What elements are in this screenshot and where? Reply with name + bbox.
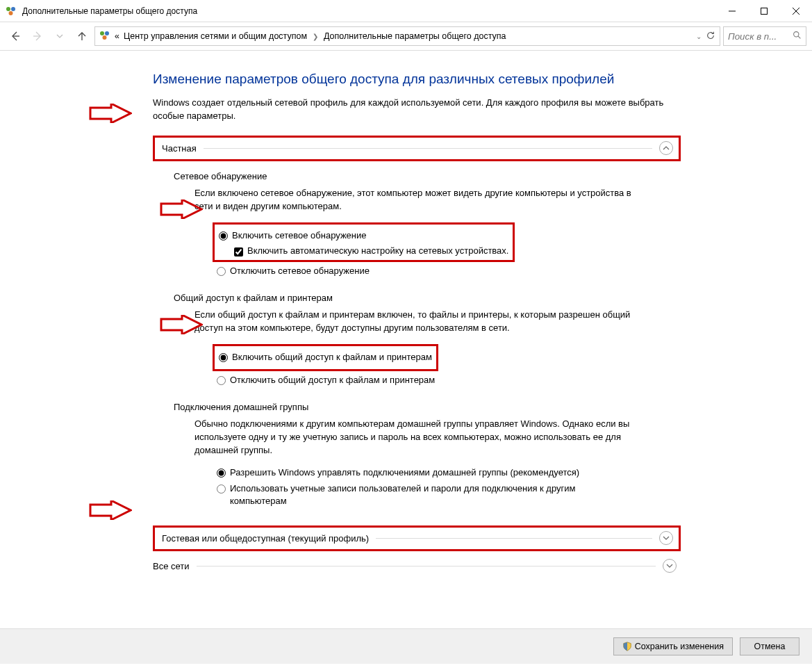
svg-point-13 [794, 32, 799, 37]
address-icon [99, 30, 110, 43]
cancel-button[interactable]: Отмена [740, 637, 799, 655]
radio-nd-on-label[interactable]: Включить сетевое обнаружение [232, 229, 367, 242]
annotation-arrow-icon [160, 315, 203, 334]
chevron-down-icon[interactable]: ⌄ [696, 33, 702, 40]
search-box[interactable] [723, 26, 806, 46]
profile-all-label: Все сети [153, 561, 190, 571]
radio-nd-off[interactable] [217, 267, 226, 276]
window-controls [716, 0, 812, 22]
profile-all-header[interactable]: Все сети [147, 557, 681, 576]
chevron-down-icon[interactable] [663, 559, 677, 573]
svg-rect-4 [761, 8, 768, 14]
profile-private-label: Частная [162, 143, 197, 154]
search-icon[interactable] [793, 31, 802, 42]
svg-line-14 [798, 36, 800, 38]
annotation-arrow-icon [89, 500, 132, 520]
page-title: Изменение параметров общего доступа для … [153, 72, 681, 87]
chevron-right-icon: ❯ [311, 33, 320, 40]
radio-hg-windows-label[interactable]: Разрешить Windows управлять подключениям… [230, 466, 579, 479]
radio-hg-accounts[interactable] [217, 484, 226, 494]
divider [204, 148, 652, 149]
radio-hg-accounts-label[interactable]: Использовать учетные записи пользователе… [230, 482, 619, 507]
checkbox-autoconf-label[interactable]: Включить автоматическую настройку на сет… [247, 245, 508, 256]
window-title: Дополнительные параметры общего доступа [22, 6, 716, 16]
content-area: Изменение параметров общего доступа для … [0, 50, 812, 628]
highlight-box: Частная [153, 136, 681, 161]
section-network-discovery: Сетевое обнаружение [174, 171, 681, 181]
app-icon [6, 6, 17, 17]
radio-nd-on[interactable] [219, 231, 228, 241]
svg-point-2 [9, 11, 13, 15]
close-button[interactable] [780, 0, 812, 22]
cancel-button-label: Отмена [754, 642, 786, 651]
network-discovery-desc: Если включено сетевое обнаружение, этот … [194, 187, 639, 213]
radio-nd-off-label[interactable]: Отключить сетевое обнаружение [230, 265, 370, 277]
radio-hg-windows[interactable] [217, 469, 226, 478]
address-bar[interactable]: « Центр управления сетями и общим доступ… [94, 26, 720, 46]
svg-point-12 [103, 35, 107, 40]
highlight-box: Включить общий доступ к файлам и принтер… [213, 344, 438, 370]
homegroup-desc: Обычно подключениями к другим компьютера… [194, 418, 639, 457]
crumb-network-center[interactable]: Центр управления сетями и общим доступом [124, 31, 307, 41]
annotation-arrow-icon [89, 104, 132, 123]
search-input[interactable] [728, 31, 788, 42]
maximize-button[interactable] [748, 0, 780, 22]
highlight-box: Гостевая или общедоступная (текущий проф… [153, 526, 681, 551]
page-subtitle: Windows создает отдельный сетевой профил… [153, 97, 681, 123]
title-bar: Дополнительные параметры общего доступа [0, 0, 812, 22]
highlight-box: Включить сетевое обнаружение Включить ав… [213, 222, 515, 261]
section-homegroup: Подключения домашней группы [174, 402, 681, 412]
svg-point-0 [6, 7, 10, 11]
profile-guest-header[interactable]: Гостевая или общедоступная (текущий проф… [156, 529, 677, 548]
divider [197, 566, 656, 567]
checkbox-autoconf[interactable] [234, 247, 243, 256]
shield-icon [622, 642, 632, 651]
svg-point-1 [11, 7, 15, 11]
profile-private-header[interactable]: Частная [156, 139, 677, 158]
crumb-advanced-sharing[interactable]: Дополнительные параметры общего доступа [324, 31, 506, 41]
chevron-down-icon[interactable] [659, 531, 673, 545]
bottom-bar: Сохранить изменения Отмена [0, 628, 812, 664]
section-file-printer: Общий доступ к файлам и принтерам [174, 293, 681, 303]
save-button[interactable]: Сохранить изменения [613, 637, 733, 655]
chevron-up-icon[interactable] [659, 141, 673, 155]
forward-button[interactable] [28, 26, 47, 46]
recent-dropdown[interactable] [50, 26, 69, 46]
nav-bar: « Центр управления сетями и общим доступ… [0, 22, 812, 50]
svg-point-11 [105, 31, 109, 35]
minimize-button[interactable] [716, 0, 748, 22]
divider [376, 538, 652, 539]
svg-point-10 [100, 31, 104, 35]
back-button[interactable] [6, 26, 25, 46]
crumb-prefix: « [115, 31, 119, 41]
radio-fp-on-label[interactable]: Включить общий доступ к файлам и принтер… [232, 351, 432, 364]
refresh-button[interactable] [706, 31, 715, 42]
radio-fp-off[interactable] [217, 376, 226, 385]
save-button-label: Сохранить изменения [635, 642, 724, 651]
annotation-arrow-icon [160, 199, 203, 219]
radio-fp-on[interactable] [219, 353, 228, 362]
profile-guest-label: Гостевая или общедоступная (текущий проф… [162, 533, 369, 544]
up-button[interactable] [72, 26, 92, 46]
file-printer-desc: Если общий доступ к файлам и принтерам в… [194, 309, 639, 335]
radio-fp-off-label[interactable]: Отключить общий доступ к файлам и принте… [230, 374, 435, 386]
